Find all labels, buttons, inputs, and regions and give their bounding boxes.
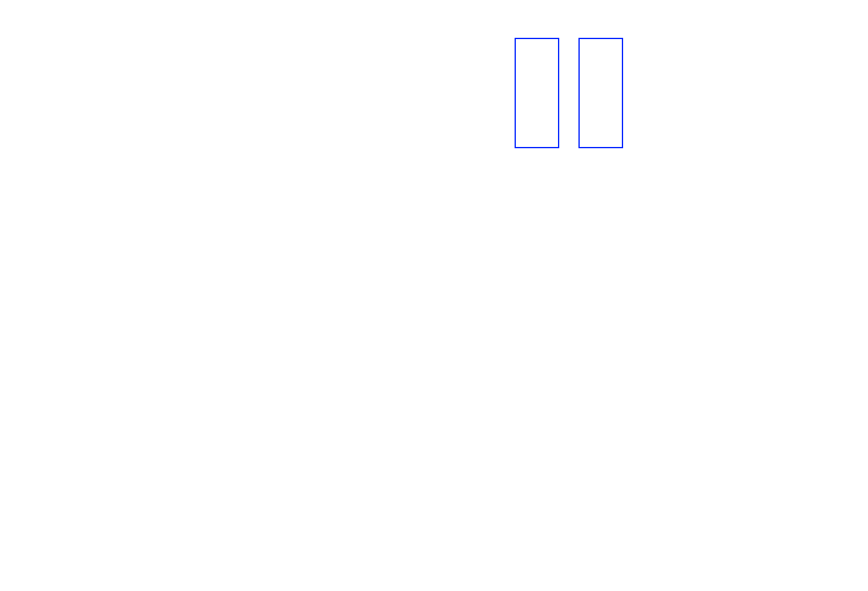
elixer-report-page [0, 0, 868, 591]
summary-header [96, 2, 168, 12]
fiber-positions-image [42, 329, 135, 420]
lineflux-map-image [159, 329, 250, 420]
clean-image [580, 39, 622, 147]
emission-line-labels [68, 160, 804, 218]
withsky-image [516, 39, 558, 147]
withsky-image-frame [515, 38, 559, 148]
plots-vector-layer [0, 0, 868, 591]
header-datetime-version [816, 2, 827, 12]
hsc-cutout-image [275, 329, 365, 420]
cleanimage-frame [578, 38, 623, 148]
hsc-dex-line [42, 300, 45, 309]
